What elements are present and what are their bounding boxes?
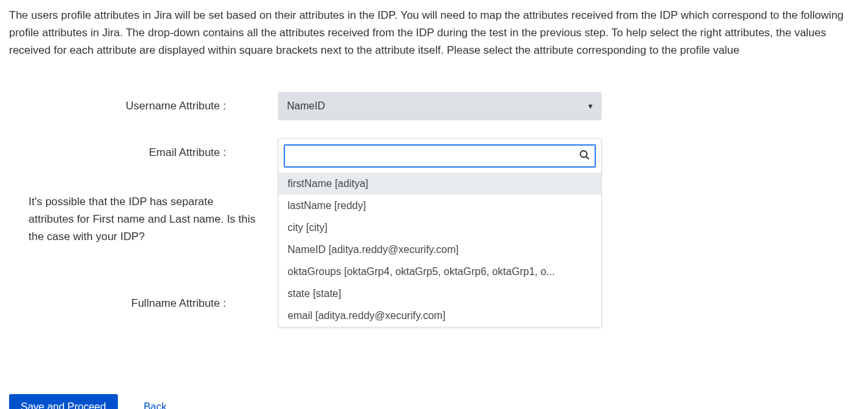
- dropdown-option[interactable]: lastName [reddy]: [279, 195, 601, 217]
- dropdown-list[interactable]: firstName [aditya] lastName [reddy] city…: [279, 173, 601, 327]
- username-label: Username Attribute :: [9, 100, 278, 113]
- username-select[interactable]: NameID: [278, 92, 602, 120]
- email-dropdown-panel: firstName [aditya] lastName [reddy] city…: [278, 138, 602, 327]
- svg-point-0: [580, 151, 587, 157]
- button-row: Save and Proceed Back: [9, 394, 859, 409]
- back-button[interactable]: Back: [144, 401, 167, 409]
- fullname-label: Fullname Attribute :: [9, 297, 278, 310]
- dropdown-option[interactable]: state [state]: [279, 283, 601, 305]
- username-row: Username Attribute : NameID ▼: [9, 92, 859, 120]
- dropdown-option[interactable]: firstName [aditya]: [279, 173, 601, 195]
- separate-names-question: It's possible that the IDP has separate …: [9, 193, 278, 246]
- dropdown-option[interactable]: NameID [aditya.reddy@xecurify.com]: [279, 239, 601, 261]
- intro-text: The users profile attributes in Jira wil…: [9, 6, 858, 60]
- dropdown-option[interactable]: oktaGroups [oktaGrp4, oktaGrp5, oktaGrp6…: [279, 261, 601, 283]
- dropdown-option[interactable]: email [aditya.reddy@xecurify.com]: [279, 305, 601, 327]
- svg-line-1: [586, 157, 589, 159]
- search-icon: [579, 149, 589, 162]
- email-label: Email Attribute :: [9, 146, 278, 159]
- dropdown-option[interactable]: city [city]: [279, 217, 601, 239]
- dropdown-search-input[interactable]: [284, 144, 596, 168]
- save-and-proceed-button[interactable]: Save and Proceed: [9, 394, 118, 409]
